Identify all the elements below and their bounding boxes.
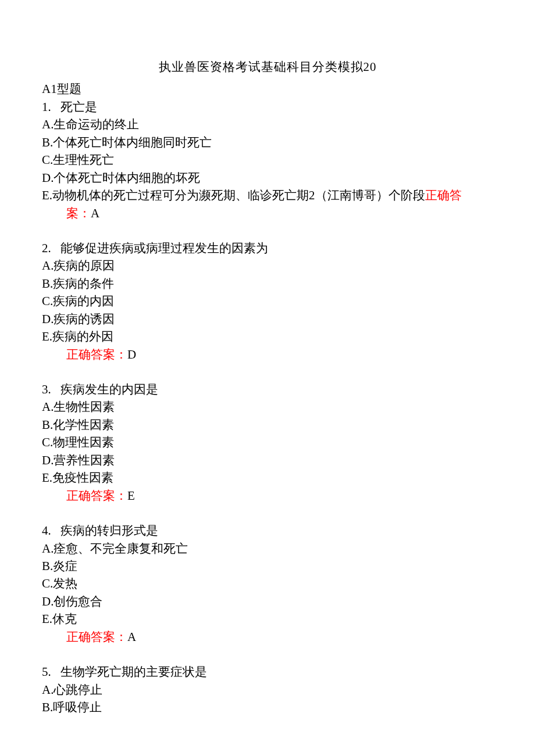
question-3: 3. 疾病发生的内因是 A.生物性因素 B.化学性因素 C.物理性因素 D.营养… — [42, 381, 493, 504]
option-b: B.呼吸停止 — [42, 698, 493, 716]
option-c: C.疾病的内因 — [42, 292, 493, 310]
option-d: D.疾病的诱因 — [42, 310, 493, 328]
answer-label: 正确答案： — [66, 347, 127, 361]
option-d: D.个体死亡时体内细胞的坏死 — [42, 169, 493, 187]
question-2: 2. 能够促进疾病或病理过程发生的因素为 A.疾病的原因 B.疾病的条件 C.疾… — [42, 239, 493, 363]
question-text: 能够促进疾病或病理过程发生的因素为 — [60, 241, 268, 255]
option-e: E.休克 — [42, 610, 493, 628]
option-a: A.痊愈、不完全康复和死亡 — [42, 540, 493, 557]
answer-line: 正确答案：E — [42, 487, 493, 504]
question-stem: 1. 死亡是 — [42, 98, 493, 116]
option-b: B.疾病的条件 — [42, 275, 493, 292]
question-text: 死亡是 — [60, 100, 97, 114]
question-stem: 4. 疾病的转归形式是 — [42, 522, 493, 539]
document-title: 执业兽医资格考试基础科目分类模拟20 — [42, 58, 493, 76]
option-c: C.发热 — [42, 575, 493, 592]
answer-value: E — [127, 489, 135, 503]
question-number: 5. — [42, 665, 51, 679]
answer-value: A — [127, 630, 136, 644]
option-b: B.化学性因素 — [42, 416, 493, 433]
answer-label-inline: 正确答 — [425, 188, 462, 202]
option-b: B.个体死亡时体内细胞同时死亡 — [42, 134, 493, 151]
option-c: C.生理性死亡 — [42, 151, 493, 169]
answer-value: D — [127, 347, 136, 361]
option-d: D.营养性因素 — [42, 452, 493, 469]
option-e-with-answer: E.动物机体的死亡过程可分为濒死期、临诊死亡期2（江南博哥）个阶段正确答 — [42, 187, 493, 204]
question-number: 2. — [42, 241, 51, 255]
answer-label-wrap: 案： — [66, 206, 91, 220]
section-header: A1型题 — [42, 80, 493, 98]
question-text: 疾病的转归形式是 — [60, 524, 158, 538]
question-number: 4. — [42, 524, 51, 538]
answer-value: A — [91, 206, 99, 220]
option-e-text: E.动物机体的死亡过程可分为濒死期、临诊死亡期2（江南博哥）个阶段 — [42, 188, 425, 202]
answer-line: 正确答案：D — [42, 346, 493, 363]
answer-label: 正确答案： — [66, 630, 127, 644]
question-1: 1. 死亡是 A.生命运动的终止 B.个体死亡时体内细胞同时死亡 C.生理性死亡… — [42, 98, 493, 222]
question-stem: 2. 能够促进疾病或病理过程发生的因素为 — [42, 239, 493, 257]
question-4: 4. 疾病的转归形式是 A.痊愈、不完全康复和死亡 B.炎症 C.发热 D.创伤… — [42, 522, 493, 646]
option-c: C.物理性因素 — [42, 433, 493, 451]
question-5: 5. 生物学死亡期的主要症状是 A.心跳停止 B.呼吸停止 — [42, 663, 493, 716]
option-d: D.创伤愈合 — [42, 593, 493, 610]
answer-label: 正确答案： — [66, 489, 127, 503]
option-a: A.生物性因素 — [42, 398, 493, 415]
option-a: A.生命运动的终止 — [42, 116, 493, 133]
question-stem: 3. 疾病发生的内因是 — [42, 381, 493, 398]
answer-line: 正确答案：A — [42, 628, 493, 646]
option-a: A.疾病的原因 — [42, 257, 493, 274]
question-text: 疾病发生的内因是 — [60, 382, 158, 396]
option-e: E.疾病的外因 — [42, 328, 493, 345]
option-b: B.炎症 — [42, 557, 493, 575]
option-a: A.心跳停止 — [42, 681, 493, 698]
answer-line: 案：A — [42, 205, 493, 222]
question-text: 生物学死亡期的主要症状是 — [60, 665, 207, 679]
question-number: 3. — [42, 382, 51, 396]
question-number: 1. — [42, 100, 51, 114]
question-stem: 5. 生物学死亡期的主要症状是 — [42, 663, 493, 680]
option-e: E.免疫性因素 — [42, 469, 493, 486]
